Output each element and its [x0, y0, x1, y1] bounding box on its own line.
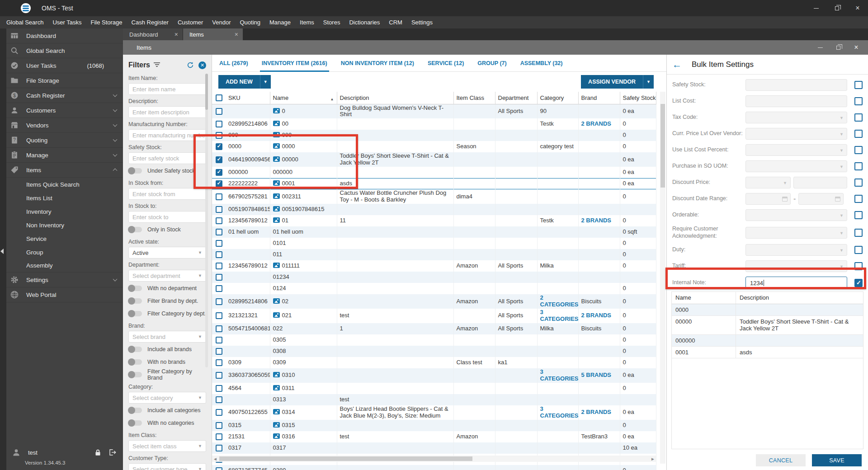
categories-link[interactable]: 2 CATEGORIES	[540, 294, 579, 308]
bulk-apply-checkbox[interactable]	[854, 179, 863, 187]
sidebar-item-items-list[interactable]: Items List	[6, 191, 123, 205]
save-button[interactable]: SAVE	[812, 454, 862, 466]
table-row[interactable]: 046419000945600000Toddler Boys' Short Sl…	[212, 152, 656, 167]
back-arrow-icon[interactable]: ←	[672, 59, 682, 70]
bulk-input-list-cost[interactable]	[745, 95, 847, 107]
table-row[interactable]: 667902575281002311Cactus Water Bottle Cr…	[212, 189, 656, 204]
menu-item-items[interactable]: Items	[295, 16, 319, 28]
table-row[interactable]: 336037306505903103 CATEGORIES5 BRANDS0 e…	[212, 368, 656, 383]
toggle-switch[interactable]	[128, 372, 142, 377]
table-row[interactable]: 0Dog Bulldog Squad Women's V-Neck T-Shir…	[212, 104, 656, 118]
bulk-apply-checkbox[interactable]	[854, 146, 863, 154]
row-checkbox[interactable]	[216, 445, 222, 451]
row-checkbox[interactable]	[216, 372, 222, 379]
sidebar-item-cash-register[interactable]: $Cash Register	[6, 88, 123, 103]
table-row[interactable]: 123456789012011111AmazonAll SportsMilka0	[212, 260, 656, 272]
row-checkbox[interactable]	[216, 263, 222, 269]
bulk-apply-checkbox-checked[interactable]	[854, 279, 863, 287]
filter-select-department[interactable]: Select department▼	[128, 270, 206, 282]
row-checkbox[interactable]	[216, 108, 222, 115]
bulk-apply-checkbox[interactable]	[854, 262, 863, 270]
row-checkbox[interactable]	[216, 285, 222, 292]
table-row[interactable]: 01 hell uom01 hell uom0 sqft	[212, 226, 656, 238]
table-horizontal-scrollbar[interactable]: ◄ ►	[212, 456, 656, 462]
menu-item-quoting[interactable]: Quoting	[235, 16, 265, 28]
add-new-dropdown-button[interactable]: ▼	[260, 75, 271, 89]
table-row[interactable]: 0317031710 ea	[212, 442, 656, 454]
column-header-safety-stock[interactable]: Safety Stock	[620, 92, 656, 104]
bulk-apply-checkbox[interactable]	[854, 81, 863, 89]
bulk-select-use-list-cost-percent[interactable]: ▼	[745, 144, 847, 156]
bulk-apply-checkbox[interactable]	[854, 113, 863, 122]
row-checkbox[interactable]	[216, 298, 222, 305]
table-row[interactable]: 0000000000000 ea	[212, 167, 656, 178]
tab-close-icon[interactable]: ×	[163, 31, 178, 38]
column-header-sku[interactable]: SKU	[226, 92, 270, 104]
sidebar-item-customers[interactable]: Customers	[6, 103, 123, 118]
table-row[interactable]: 031503150	[212, 420, 656, 431]
item-type-tab-all[interactable]: ALL (2679)	[219, 55, 248, 72]
table-vertical-scrollbar[interactable]	[660, 92, 665, 464]
menu-item-vendor[interactable]: Vendor	[208, 16, 235, 28]
internal-note-input[interactable]: 1234	[745, 277, 847, 289]
row-checkbox[interactable]	[216, 180, 222, 187]
sidebar-collapse-strip[interactable]	[0, 28, 6, 470]
table-row[interactable]: 0110	[212, 249, 656, 260]
row-checkbox[interactable]	[216, 251, 222, 258]
column-header-brand[interactable]: Brand	[578, 92, 620, 104]
close-filters-icon[interactable]: ✕	[198, 61, 206, 69]
items-close-button[interactable]: ×	[847, 40, 865, 55]
filter-select-customer-type[interactable]: Select customer type▼	[128, 463, 206, 470]
row-checkbox[interactable]	[216, 193, 222, 200]
bulk-table-row[interactable]: 00000Toddler Boys' Short Sleeve T-Shirt …	[672, 316, 863, 335]
table-row[interactable]: 01234	[212, 272, 656, 283]
filter-select-active-state[interactable]: Active▼	[128, 247, 206, 258]
bulk-select-purchase-in-so-uom[interactable]: ▼	[745, 160, 847, 172]
sidebar-item-vendors[interactable]: Vendors	[6, 118, 123, 133]
refresh-icon[interactable]	[187, 61, 194, 69]
filter-input-manufacturing-number[interactable]: Enter manufacturing number	[128, 129, 206, 141]
table-row[interactable]: 456403110	[212, 383, 656, 394]
toggle-switch[interactable]	[128, 359, 142, 365]
column-header-item-class[interactable]: Item Class	[453, 92, 495, 104]
table-row[interactable]: 03090309Class testka10	[212, 357, 656, 368]
filter-select-brand[interactable]: Select brand▼	[128, 331, 206, 343]
sidebar-item-file-storage[interactable]: File Storage	[6, 73, 123, 88]
item-type-tab-service[interactable]: SERVICE (12)	[428, 55, 464, 72]
bulk-apply-checkbox[interactable]	[854, 97, 863, 105]
bulk-table-row[interactable]: 0000	[672, 304, 863, 316]
bulk-select-tariff[interactable]: ▼	[745, 260, 847, 272]
bulk-apply-checkbox[interactable]	[854, 162, 863, 170]
scrollbar-thumb[interactable]	[219, 456, 472, 461]
menu-item-manage[interactable]: Manage	[265, 16, 295, 28]
row-checkbox[interactable]	[216, 240, 222, 247]
table-row[interactable]: 02899521480600Testk2 BRANDS0	[212, 118, 656, 130]
minimize-button[interactable]	[806, 0, 826, 16]
row-checkbox[interactable]	[216, 143, 222, 150]
row-checkbox[interactable]	[216, 433, 222, 440]
close-button[interactable]: ×	[847, 0, 868, 16]
bulk-apply-checkbox[interactable]	[854, 195, 863, 203]
brands-link[interactable]: 2 BRANDS	[581, 120, 611, 127]
tab-items[interactable]: Items×	[183, 28, 243, 40]
menu-item-global-search[interactable]: Global Search	[2, 16, 48, 28]
table-row[interactable]: 2222222220001asds0 ea	[212, 178, 656, 189]
categories-link[interactable]: 3 CATEGORIES	[540, 368, 579, 382]
sidebar-item-service[interactable]: Service	[6, 232, 123, 245]
row-checkbox[interactable]	[216, 312, 222, 319]
items-minimize-button[interactable]	[811, 40, 829, 55]
table-row[interactable]: 01240	[212, 283, 656, 294]
toggle-switch[interactable]	[128, 227, 142, 232]
bulk-select-require-customer-acknowledgment[interactable]: ▼	[745, 227, 847, 239]
lock-icon[interactable]	[94, 449, 101, 456]
bulk-apply-checkbox[interactable]	[854, 229, 863, 237]
row-checkbox[interactable]	[216, 206, 222, 213]
filter-input-safety-stock[interactable]: Enter safety stock	[128, 152, 206, 164]
toggle-switch[interactable]	[128, 311, 142, 316]
table-row[interactable]: 321321321021testAll Sports3 CATEGORIES2 …	[212, 309, 656, 323]
logout-icon[interactable]	[108, 449, 117, 456]
cancel-button[interactable]: CANCEL	[756, 454, 806, 466]
table-row[interactable]: 0313test	[212, 394, 656, 405]
table-row[interactable]: 68871357774503800	[212, 465, 656, 470]
table-row[interactable]: 1234567890120111Testk2 BRANDS0	[212, 215, 656, 226]
